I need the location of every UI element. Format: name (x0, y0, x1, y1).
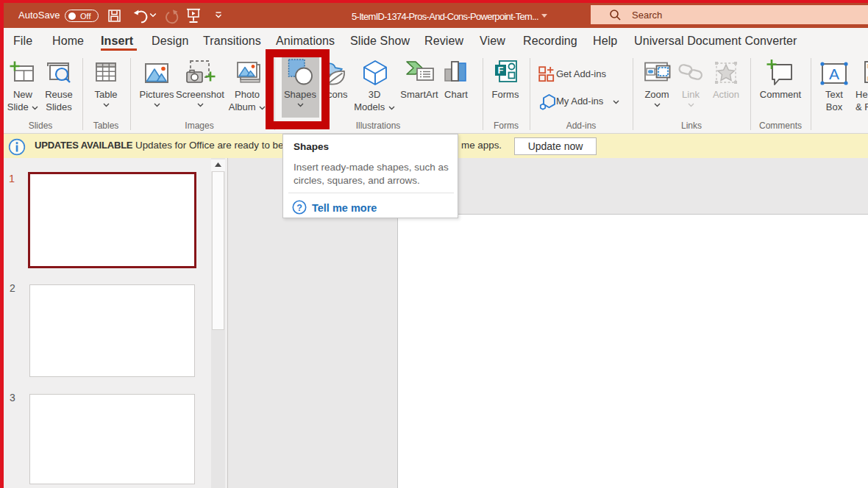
svg-text:?: ? (296, 203, 302, 213)
svg-text:A: A (829, 65, 839, 82)
svg-text:F: F (498, 65, 504, 76)
